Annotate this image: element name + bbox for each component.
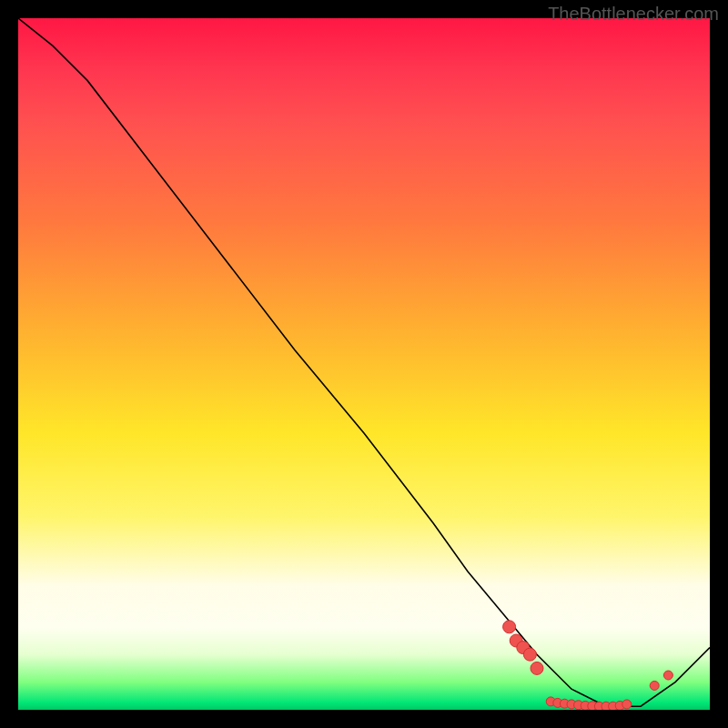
marker-dot	[523, 648, 536, 661]
marker-dot	[650, 681, 659, 690]
marker-dot	[531, 662, 543, 674]
marker-dot	[503, 621, 516, 633]
marker-dot	[622, 700, 632, 709]
chart-plot-area	[18, 18, 710, 710]
bottleneck-curve-line	[18, 18, 710, 706]
marker-dot	[663, 671, 672, 680]
watermark-text: TheBottlenecker.com	[548, 4, 719, 25]
marker-dots-group	[503, 621, 673, 710]
chart-svg	[18, 18, 710, 710]
